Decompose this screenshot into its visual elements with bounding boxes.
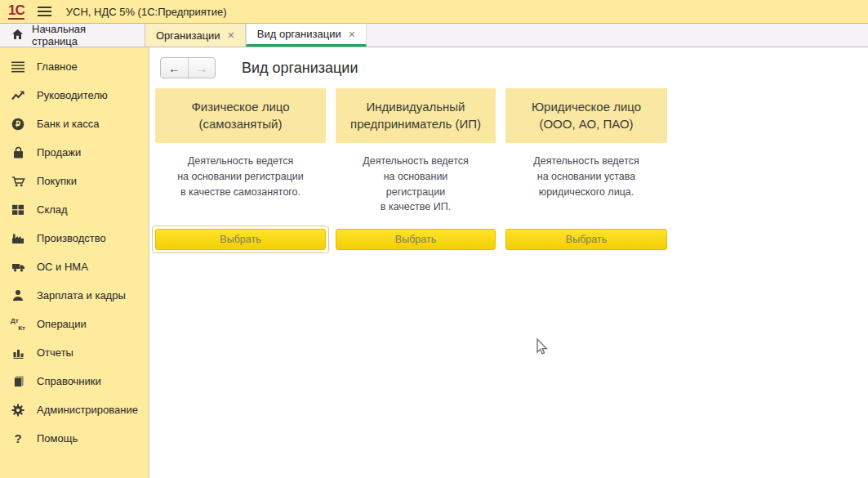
main-menu-icon[interactable] bbox=[38, 4, 51, 19]
card-title: Индивидуальный предприниматель (ИП) bbox=[336, 88, 496, 143]
bar-chart-icon bbox=[10, 346, 26, 360]
sidebar-item-label: Банк и касса bbox=[37, 118, 100, 130]
sidebar-item-manager[interactable]: Руководителю bbox=[0, 81, 149, 109]
back-button[interactable]: ← bbox=[161, 58, 188, 78]
titlebar: 1С УСН, НДС 5% (1С:Предприятие) bbox=[0, 0, 868, 23]
forward-button[interactable]: → bbox=[188, 58, 215, 78]
sidebar-item-main[interactable]: Главное bbox=[0, 52, 149, 81]
ruble-circle-icon: ₽ bbox=[10, 117, 26, 132]
factory-icon bbox=[10, 231, 26, 246]
close-icon[interactable]: × bbox=[349, 29, 355, 40]
navigation-row: ← → Вид организации bbox=[149, 47, 868, 80]
org-type-cards: Физическое лицо (самозанятый) Деятельнос… bbox=[155, 88, 868, 250]
sidebar-item-label: Операции bbox=[37, 318, 87, 330]
svg-text:₽: ₽ bbox=[16, 119, 20, 128]
menu-lines-icon bbox=[10, 60, 26, 74]
sidebar-item-label: Отчеты bbox=[37, 346, 73, 359]
warehouse-icon bbox=[10, 203, 26, 217]
sidebar-item-help[interactable]: ? Помощь bbox=[0, 424, 149, 453]
1c-logo-icon: 1С bbox=[8, 3, 24, 20]
card-legal-entity: Юридическое лицо (ООО, АО, ПАО) Деятельн… bbox=[505, 88, 667, 250]
select-button-entrepreneur[interactable]: Выбрать bbox=[336, 229, 496, 250]
card-title: Юридическое лицо (ООО, АО, ПАО) bbox=[505, 88, 667, 143]
card-title: Физическое лицо (самозанятый) bbox=[155, 88, 326, 143]
tab-label: Организации bbox=[156, 29, 220, 42]
main-content: ← → Вид организации Физическое лицо (сам… bbox=[149, 47, 868, 478]
sidebar-item-directories[interactable]: Справочники bbox=[0, 367, 149, 395]
tabbar: Начальная страница Организации × Вид орг… bbox=[0, 23, 868, 47]
truck-icon bbox=[10, 260, 26, 275]
sidebar-item-warehouse[interactable]: Склад bbox=[0, 195, 149, 224]
sidebar-item-label: Покупки bbox=[37, 175, 77, 187]
select-button-legal-entity[interactable]: Выбрать bbox=[505, 229, 667, 250]
sidebar-item-label: Зарплата и кадры bbox=[37, 289, 126, 302]
question-icon: ? bbox=[10, 431, 26, 446]
sidebar-item-purchases[interactable]: Покупки bbox=[0, 167, 149, 195]
select-button-selfemployed[interactable]: Выбрать bbox=[155, 229, 326, 250]
app-title: УСН, НДС 5% (1С:Предприятие) bbox=[66, 6, 227, 18]
sidebar-item-administration[interactable]: Администрирование bbox=[0, 395, 149, 424]
close-icon[interactable]: × bbox=[228, 29, 234, 41]
card-entrepreneur: Индивидуальный предприниматель (ИП) Деят… bbox=[336, 88, 496, 250]
sidebar-item-sales[interactable]: Продажи bbox=[0, 138, 149, 167]
sidebar: Главное Руководителю ₽ Банк и касса Прод… bbox=[0, 47, 149, 478]
gear-icon bbox=[10, 403, 26, 418]
person-icon bbox=[10, 288, 26, 303]
sidebar-item-label: Администрирование bbox=[37, 404, 138, 416]
shopping-cart-icon bbox=[10, 174, 26, 189]
sidebar-item-production[interactable]: Производство bbox=[0, 224, 149, 252]
trend-up-icon bbox=[10, 88, 26, 103]
sidebar-item-bank-cash[interactable]: ₽ Банк и касса bbox=[0, 109, 149, 138]
shopping-bag-icon bbox=[10, 145, 26, 160]
books-icon bbox=[10, 374, 26, 389]
card-description: Деятельность ведется на основании устава… bbox=[505, 154, 667, 229]
sidebar-item-label: Производство bbox=[37, 232, 106, 244]
home-icon bbox=[11, 29, 24, 42]
sidebar-item-reports[interactable]: Отчеты bbox=[0, 338, 149, 367]
mouse-cursor bbox=[533, 337, 550, 355]
sidebar-item-salary-hr[interactable]: Зарплата и кадры bbox=[0, 281, 149, 310]
sidebar-item-label: ОС и НМА bbox=[37, 261, 88, 273]
card-description: Деятельность ведется на основании регист… bbox=[336, 154, 496, 229]
card-individual-selfemployed: Физическое лицо (самозанятый) Деятельнос… bbox=[155, 88, 326, 250]
sidebar-item-label: Главное bbox=[37, 60, 78, 73]
tab-organizations[interactable]: Организации × bbox=[145, 24, 246, 47]
card-description: Деятельность ведется на основании регист… bbox=[155, 154, 326, 229]
app-window: 1С УСН, НДС 5% (1С:Предприятие) Начальна… bbox=[0, 0, 868, 478]
sidebar-item-label: Руководителю bbox=[37, 89, 108, 101]
debit-credit-icon: Дт Кт bbox=[10, 317, 26, 332]
tab-home[interactable]: Начальная страница bbox=[0, 24, 145, 47]
sidebar-item-operations[interactable]: Дт Кт Операции bbox=[0, 310, 149, 338]
sidebar-item-label: Склад bbox=[37, 203, 68, 216]
page-title: Вид организации bbox=[242, 60, 358, 77]
sidebar-item-label: Справочники bbox=[37, 375, 101, 387]
home-tab-label: Начальная страница bbox=[32, 23, 133, 47]
sidebar-item-fixed-assets[interactable]: ОС и НМА bbox=[0, 252, 149, 281]
tab-organization-type[interactable]: Вид организации × bbox=[246, 24, 367, 47]
tab-label: Вид организации bbox=[257, 28, 341, 40]
history-nav: ← → bbox=[160, 57, 216, 78]
sidebar-item-label: Помощь bbox=[37, 432, 78, 444]
sidebar-item-label: Продажи bbox=[37, 146, 81, 159]
